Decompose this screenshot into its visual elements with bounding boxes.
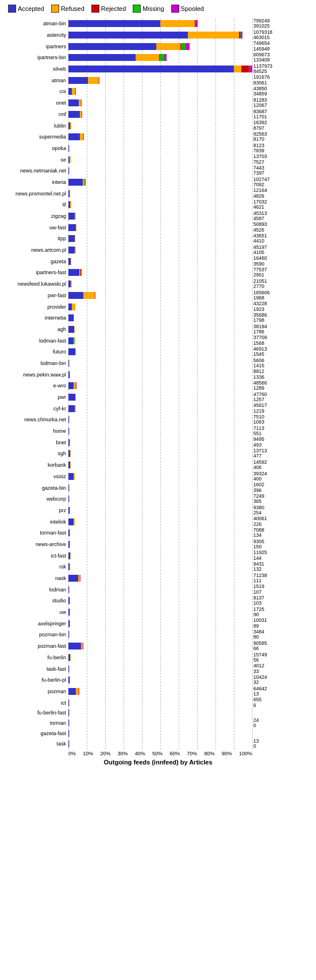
bar-segment-refused <box>70 507 70 514</box>
x-axis-label: 80% <box>205 751 215 756</box>
legend-color <box>91 5 99 13</box>
table-row: se137037527 <box>2 154 314 165</box>
bar-segment-accepted <box>68 99 79 106</box>
bar-track <box>68 720 252 727</box>
table-row: lodman-bin56061415 <box>2 358 314 369</box>
bar-track <box>68 439 252 446</box>
row-label: itl <box>2 202 68 207</box>
bar-track <box>68 709 252 716</box>
bar-segment-accepted <box>68 247 75 253</box>
bar-values: 137037527 <box>253 154 267 165</box>
table-row: fu-berlin1574956 <box>2 652 314 663</box>
bar-values: 56061415 <box>253 358 264 369</box>
table-row: sgh13713477 <box>2 448 314 459</box>
table-row: torman240 <box>2 718 314 729</box>
table-row: cyf-kr456171219 <box>2 403 314 414</box>
table-row: nask71238111 <box>2 573 314 584</box>
bar-segment-accepted <box>68 575 78 582</box>
bar-segment-refused <box>188 32 240 39</box>
bar-values: 9431132 <box>253 562 264 572</box>
row-label: supermedia <box>2 134 68 140</box>
table-row: astercity1079318463015 <box>2 30 314 41</box>
row-label: ipartners-fast <box>2 270 68 275</box>
table-row: itpp436514410 <box>2 233 314 244</box>
bar-segment-refused <box>69 485 70 491</box>
bar-values: 436514410 <box>253 233 267 244</box>
bar-values: 377091568 <box>253 335 267 346</box>
table-row: opoka81237839 <box>2 143 314 154</box>
bar-track <box>68 337 252 344</box>
bar-values: 14592406 <box>253 460 267 471</box>
bar-track <box>68 462 252 468</box>
bar-segment-refused <box>69 586 70 593</box>
row-label: se <box>2 157 68 163</box>
bar-segment-spooled <box>99 77 99 84</box>
bar-track <box>68 303 252 310</box>
table-row: gazeta164603590 <box>2 256 314 267</box>
bar-segment-accepted <box>68 213 75 220</box>
table-row: vsisiz39324400 <box>2 471 314 482</box>
bar-track <box>68 224 252 231</box>
bar-track <box>68 280 252 287</box>
table-row: onet8128312067 <box>2 98 314 109</box>
row-label: bnet <box>2 440 68 445</box>
row-label: torman-fast <box>2 530 68 536</box>
row-label: internetia <box>2 315 68 321</box>
row-label: zigzag <box>2 213 68 219</box>
row-label: korbank <box>2 462 68 468</box>
row-label: task <box>2 741 68 747</box>
bar-values: 121644826 <box>253 188 267 199</box>
row-label: pozman <box>2 689 68 694</box>
x-axis-label: 10% <box>83 751 93 756</box>
bar-track <box>68 730 252 737</box>
bar-values: 348480 <box>253 629 264 640</box>
bar-values: 7113551 <box>253 426 264 437</box>
bar-values: 1602396 <box>253 482 264 493</box>
bar-track <box>68 111 252 118</box>
table-row: ict6556 <box>2 697 314 708</box>
table-row: news-archive9305150 <box>2 539 314 550</box>
bar-values: 39324400 <box>253 471 267 482</box>
table-row: atman-bin799249391025 <box>2 18 314 29</box>
bar-values: 75101063 <box>253 414 264 425</box>
legend-item-missing: Missing <box>133 5 164 13</box>
legend-item-refused: Refused <box>51 5 84 13</box>
bar-track <box>68 292 252 299</box>
bar-track <box>68 167 252 174</box>
bar-values: 4385034859 <box>253 86 267 97</box>
bar-segment-spooled <box>249 66 252 72</box>
table-row: rmf8368711701 <box>2 109 314 120</box>
row-label: uw <box>2 609 68 615</box>
bar-values: 925638170 <box>253 132 267 143</box>
bar-track <box>68 700 252 706</box>
bar-values: 451974105 <box>253 245 267 256</box>
legend-item-accepted: Accepted <box>8 5 44 13</box>
bar-segment-accepted <box>68 643 81 650</box>
table-row: ipartners-bin609673133409 <box>2 52 314 63</box>
x-axis-label: 30% <box>118 751 128 756</box>
row-label: news.chmurka.net <box>2 417 68 422</box>
bar-values: 9305150 <box>253 539 264 550</box>
bar-values: 130 <box>253 739 259 750</box>
bar-track <box>68 529 252 536</box>
legend-item-rejected: Rejected <box>91 5 126 13</box>
bar-values: 6556 <box>253 697 261 708</box>
row-label: ict <box>2 700 68 706</box>
row-label: interia <box>2 179 68 185</box>
table-row: axelspringer1003189 <box>2 618 314 629</box>
x-axis-label: 100% <box>239 751 252 756</box>
bar-segment-refused <box>69 428 70 435</box>
bar-segment-refused <box>70 371 70 378</box>
chart-container: AcceptedRefusedRejectedMissingSpooled at… <box>0 0 316 789</box>
x-axis-label: 60% <box>169 751 180 756</box>
table-row: ipartners749654145949 <box>2 41 314 52</box>
bar-values: 432281923 <box>253 301 267 312</box>
row-label: lodman-fast <box>2 338 68 344</box>
bar-track <box>68 190 252 197</box>
bar-track <box>68 360 252 367</box>
bar-values: 210512770 <box>253 279 267 290</box>
bar-track <box>68 247 252 253</box>
bar-track <box>68 575 252 582</box>
bar-values: 8137103 <box>253 595 264 606</box>
row-label: atman-bin <box>2 21 68 26</box>
